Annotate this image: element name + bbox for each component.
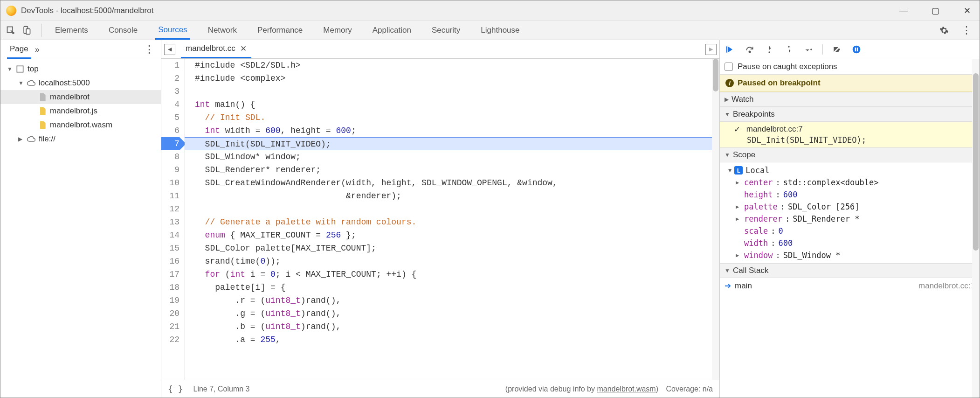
scope-variable[interactable]: height: 600: [725, 189, 980, 201]
breakpoint-item[interactable]: ✓ mandelbrot.cc:7 SDL_Init(SDL_INIT_VIDE…: [720, 122, 980, 147]
code-line[interactable]: .r = (uint8_t)rand(),: [185, 294, 719, 307]
more-icon[interactable]: ⋮: [960, 24, 973, 37]
line-number[interactable]: 19: [161, 294, 179, 307]
scope-section-header[interactable]: ▼ Scope: [720, 147, 980, 162]
step-icon[interactable]: [803, 44, 814, 55]
watch-section-header[interactable]: ▶ Watch: [720, 92, 980, 107]
code-line[interactable]: #include <SDL2/SDL.h>: [185, 59, 719, 72]
deactivate-breakpoints-icon[interactable]: [831, 44, 842, 55]
line-number[interactable]: 8: [161, 150, 179, 163]
code-line[interactable]: .g = (uint8_t)rand(),: [185, 307, 719, 320]
code-line[interactable]: // Init SDL.: [185, 111, 719, 124]
code-line[interactable]: int main() {: [185, 98, 719, 111]
tab-network[interactable]: Network: [205, 21, 240, 40]
editor-file-tab[interactable]: mandelbrot.cc ✕: [181, 40, 251, 58]
scope-variable[interactable]: ▶renderer: SDL_Renderer *: [725, 213, 980, 225]
code-line[interactable]: [185, 85, 719, 98]
toggle-debugger-icon[interactable]: ▶: [705, 44, 717, 55]
tab-sources[interactable]: Sources: [155, 21, 190, 40]
code-line[interactable]: SDL_Init(SDL_INIT_VIDEO);: [185, 137, 719, 150]
line-number[interactable]: 14: [161, 229, 179, 242]
step-over-icon[interactable]: [744, 44, 755, 55]
line-number[interactable]: 16: [161, 255, 179, 268]
tree-node[interactable]: localhost:5000: [0, 76, 161, 90]
expand-tabs-icon[interactable]: »: [35, 45, 40, 55]
scope-variable[interactable]: scale: 0: [725, 225, 980, 237]
inspect-element-icon[interactable]: [4, 24, 17, 37]
code-line[interactable]: // Generate a palette with random colour…: [185, 216, 719, 229]
navigator-more-icon[interactable]: ⋮: [144, 43, 154, 56]
close-button[interactable]: ✕: [960, 4, 974, 18]
scope-variable[interactable]: ▶window: SDL_Window *: [725, 249, 980, 261]
line-number[interactable]: 4: [161, 98, 179, 111]
minimize-button[interactable]: —: [897, 4, 911, 18]
settings-icon[interactable]: [938, 24, 951, 37]
tree-node[interactable]: file://: [0, 132, 161, 146]
callstack-item[interactable]: ➔ main mandelbrot.cc:7: [720, 278, 980, 293]
tree-node[interactable]: top: [0, 62, 161, 76]
line-number[interactable]: 2: [161, 72, 179, 85]
code-line[interactable]: enum { MAX_ITER_COUNT = 256 };: [185, 229, 719, 242]
code-line[interactable]: .a = 255,: [185, 333, 719, 346]
code-line[interactable]: for (int i = 0; i < MAX_ITER_COUNT; ++i)…: [185, 268, 719, 281]
tab-application[interactable]: Application: [370, 21, 414, 40]
scope-variable[interactable]: ▶center: std::complex<double>: [725, 176, 980, 189]
line-number[interactable]: 10: [161, 176, 179, 189]
line-number[interactable]: 1: [161, 59, 179, 72]
code-line[interactable]: SDL_CreateWindowAndRenderer(width, heigh…: [185, 176, 719, 189]
device-toolbar-icon[interactable]: [20, 24, 33, 37]
step-out-icon[interactable]: [783, 44, 794, 55]
tab-performance[interactable]: Performance: [255, 21, 305, 40]
line-number[interactable]: 7: [161, 137, 179, 150]
code-line[interactable]: &renderer);: [185, 189, 719, 202]
tree-node[interactable]: mandelbrot: [0, 90, 161, 104]
line-number[interactable]: 13: [161, 216, 179, 229]
code-line[interactable]: palette[i] = {: [185, 281, 719, 294]
breakpoint-checkbox[interactable]: ✓: [734, 125, 740, 134]
line-number[interactable]: 3: [161, 85, 179, 98]
code-line[interactable]: .b = (uint8_t)rand(),: [185, 320, 719, 333]
resume-icon[interactable]: [725, 44, 736, 55]
tab-security[interactable]: Security: [429, 21, 463, 40]
tab-elements[interactable]: Elements: [52, 21, 91, 40]
breakpoints-section-header[interactable]: ▼ Breakpoints: [720, 107, 980, 122]
code-editor[interactable]: 12345678910111213141516171819202122 #inc…: [161, 59, 719, 380]
debug-info-source-link[interactable]: mandelbrot.wasm: [597, 385, 656, 393]
line-number[interactable]: 22: [161, 333, 179, 346]
line-number[interactable]: 6: [161, 124, 179, 137]
code-line[interactable]: #include <complex>: [185, 72, 719, 85]
pretty-print-icon[interactable]: { }: [168, 384, 183, 394]
line-number[interactable]: 9: [161, 163, 179, 176]
tab-lighthouse[interactable]: Lighthouse: [478, 21, 522, 40]
toggle-navigator-icon[interactable]: ◀: [164, 44, 175, 55]
line-number[interactable]: 17: [161, 268, 179, 281]
pause-on-caught-row[interactable]: Pause on caught exceptions: [720, 59, 980, 75]
line-number[interactable]: 18: [161, 281, 179, 294]
code-line[interactable]: SDL_Color palette[MAX_ITER_COUNT];: [185, 242, 719, 255]
editor-scrollbar[interactable]: [712, 59, 719, 380]
debugger-scrollbar[interactable]: [972, 59, 980, 398]
code-line[interactable]: int width = 600, height = 600;: [185, 124, 719, 137]
close-tab-icon[interactable]: ✕: [240, 44, 247, 54]
scope-local-header[interactable]: ▼ L Local: [725, 164, 980, 176]
line-number[interactable]: 15: [161, 242, 179, 255]
code-line[interactable]: [185, 202, 719, 216]
line-number[interactable]: 12: [161, 202, 179, 216]
line-number[interactable]: 11: [161, 189, 179, 202]
tab-memory[interactable]: Memory: [320, 21, 354, 40]
callstack-section-header[interactable]: ▼ Call Stack: [720, 263, 980, 278]
scope-variable[interactable]: ▶palette: SDL_Color [256]: [725, 201, 980, 213]
step-into-icon[interactable]: [764, 44, 775, 55]
pause-on-exceptions-icon[interactable]: [851, 44, 862, 55]
code-line[interactable]: srand(time(0));: [185, 255, 719, 268]
tree-node[interactable]: mandelbrot.js: [0, 104, 161, 118]
line-number[interactable]: 5: [161, 111, 179, 124]
line-number[interactable]: 21: [161, 320, 179, 333]
maximize-button[interactable]: ▢: [928, 4, 942, 18]
page-tab[interactable]: Page: [7, 40, 31, 59]
pause-on-caught-checkbox[interactable]: [725, 63, 733, 71]
scope-variable[interactable]: width: 600: [725, 237, 980, 249]
tab-console[interactable]: Console: [106, 21, 140, 40]
code-line[interactable]: SDL_Renderer* renderer;: [185, 163, 719, 176]
tree-node[interactable]: mandelbrot.wasm: [0, 118, 161, 132]
